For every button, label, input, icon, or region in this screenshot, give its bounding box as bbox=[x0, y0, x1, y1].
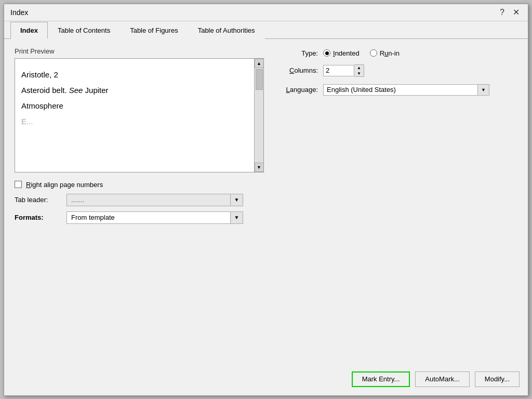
columns-increment[interactable]: ▲ bbox=[354, 65, 364, 71]
formats-label: Formats: bbox=[15, 214, 61, 221]
tab-tof[interactable]: Table of Figures bbox=[120, 22, 188, 39]
radio-run-in-label: Run-in bbox=[380, 49, 400, 57]
preview-label: Print Preview bbox=[15, 47, 264, 55]
columns-decrement[interactable]: ▼ bbox=[354, 71, 364, 76]
preview-entry-3: Atmosphere bbox=[21, 98, 248, 114]
dialog-title: Index bbox=[10, 8, 28, 17]
tab-leader-select[interactable]: ....... ▼ bbox=[66, 194, 243, 206]
right-align-checkbox[interactable] bbox=[15, 181, 22, 188]
tab-leader-value: ....... bbox=[67, 195, 230, 205]
type-radio-group: Indented Run-in bbox=[323, 49, 400, 57]
radio-indented[interactable]: Indented bbox=[323, 49, 360, 57]
columns-spinner-buttons: ▲ ▼ bbox=[354, 64, 364, 77]
scroll-up-arrow[interactable]: ▲ bbox=[255, 59, 264, 68]
preview-entry-4: E... bbox=[21, 114, 248, 129]
tab-toc[interactable]: Table of Contents bbox=[48, 22, 120, 39]
type-label: Type: bbox=[276, 49, 318, 57]
close-button[interactable]: ✕ bbox=[511, 8, 522, 17]
modify-button[interactable]: Modify... bbox=[475, 371, 520, 387]
preview-container: Print Preview Aristotle, 2 Asteroid belt… bbox=[15, 47, 264, 172]
scroll-thumb[interactable] bbox=[256, 69, 263, 90]
tab-leader-row: Tab leader: ....... ▼ bbox=[15, 194, 517, 206]
right-align-label: Right align page numbers bbox=[26, 181, 103, 189]
preview-scrollbar[interactable]: ▲ ▼ bbox=[254, 59, 263, 172]
formats-select[interactable]: From template ▼ bbox=[66, 211, 243, 224]
help-button[interactable]: ? bbox=[498, 8, 507, 17]
title-bar: Index ? ✕ bbox=[4, 4, 528, 21]
tab-leader-label: Tab leader: bbox=[15, 196, 61, 204]
columns-row: Columns: 2 ▲ ▼ bbox=[276, 64, 517, 77]
preview-box: Aristotle, 2 Asteroid belt. See Jupiter … bbox=[15, 58, 264, 172]
language-label: Language: bbox=[276, 86, 318, 94]
preview-entry-1: Aristotle, 2 bbox=[21, 67, 248, 83]
language-value: English (United States) bbox=[324, 85, 477, 95]
scroll-down-arrow[interactable]: ▼ bbox=[255, 163, 264, 172]
preview-content: Aristotle, 2 Asteroid belt. See Jupiter … bbox=[15, 59, 254, 172]
language-row: Language: English (United States) ▼ bbox=[276, 84, 517, 96]
tab-bar: Index Table of Contents Table of Figures… bbox=[4, 21, 528, 39]
mark-entry-button[interactable]: Mark Entry... bbox=[352, 371, 410, 387]
type-row: Type: Indented Run-in bbox=[276, 49, 517, 57]
radio-indented-circle[interactable] bbox=[323, 49, 330, 57]
formats-value: From template bbox=[67, 212, 230, 222]
formats-dropdown-arrow[interactable]: ▼ bbox=[230, 212, 243, 223]
automark-button[interactable]: AutoMark... bbox=[415, 371, 469, 387]
formats-row: Formats: From template ▼ bbox=[15, 211, 517, 224]
columns-input[interactable]: 2 bbox=[323, 65, 354, 76]
tab-toa[interactable]: Table of Authorities bbox=[188, 22, 265, 39]
radio-indented-label: Indented bbox=[333, 49, 360, 57]
footer-buttons: Mark Entry... AutoMark... Modify... bbox=[352, 371, 520, 387]
index-dialog: Index ? ✕ Index Table of Contents Table … bbox=[4, 4, 528, 396]
top-section: Print Preview Aristotle, 2 Asteroid belt… bbox=[15, 47, 517, 172]
bottom-section: Right align page numbers Tab leader: ...… bbox=[15, 181, 517, 224]
language-select[interactable]: English (United States) ▼ bbox=[323, 84, 489, 96]
right-panel: Type: Indented Run-in Columns: bbox=[276, 47, 517, 172]
language-dropdown-arrow[interactable]: ▼ bbox=[477, 85, 489, 95]
tab-leader-dropdown-arrow[interactable]: ▼ bbox=[230, 194, 243, 206]
radio-run-in-circle[interactable] bbox=[370, 49, 377, 57]
title-bar-buttons: ? ✕ bbox=[498, 8, 522, 17]
dialog-content: Print Preview Aristotle, 2 Asteroid belt… bbox=[4, 39, 528, 383]
columns-spinner: 2 ▲ ▼ bbox=[323, 64, 364, 77]
columns-label: Columns: bbox=[276, 66, 318, 74]
preview-entry-2: Asteroid belt. See Jupiter bbox=[21, 83, 248, 98]
right-align-row: Right align page numbers bbox=[15, 181, 517, 189]
tab-index[interactable]: Index bbox=[10, 22, 48, 39]
radio-run-in[interactable]: Run-in bbox=[370, 49, 400, 57]
